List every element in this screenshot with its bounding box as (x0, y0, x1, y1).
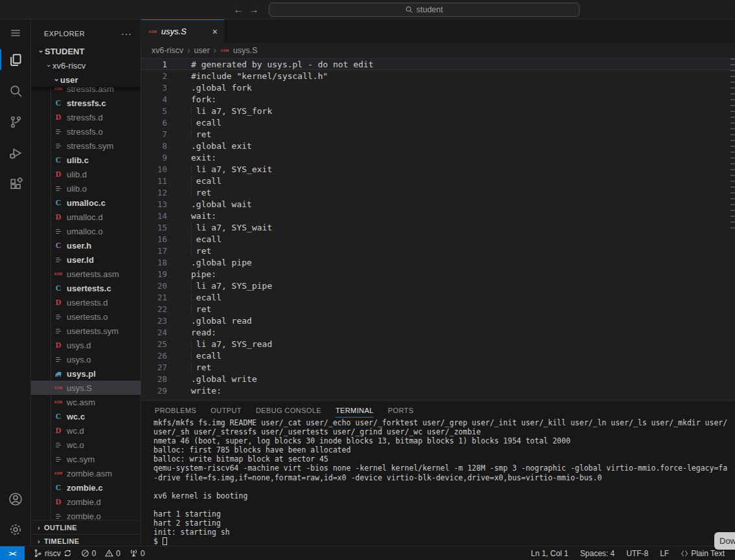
file-row-stressfs-d[interactable]: Dstressfs.d (31, 110, 141, 124)
status-radio-tower-item[interactable]: 0 (130, 549, 145, 558)
panel-tab-terminal[interactable]: TERMINAL (335, 401, 374, 420)
status-plain-text[interactable]: Plain Text (681, 549, 725, 558)
file-row-umalloc-d[interactable]: Dumalloc.d (31, 210, 141, 224)
file-row-wc-c[interactable]: Cwc.c (31, 409, 141, 423)
file-row-usys-o[interactable]: usys.o (31, 352, 141, 366)
file-row-stressfs-o[interactable]: stressfs.o (31, 124, 141, 139)
file-row-user-h[interactable]: Cuser.h (31, 238, 141, 252)
panel-tab-debug-console[interactable]: DEBUG CONSOLE (256, 401, 321, 420)
code-line[interactable]: 12 ret (141, 186, 735, 198)
settings-gear-activity-button[interactable] (0, 517, 31, 543)
close-icon[interactable]: × (212, 27, 218, 37)
file-row-zombie-d[interactable]: Dzombie.d (31, 495, 141, 509)
code-line[interactable]: 10 li a7, SYS_exit (141, 163, 735, 175)
nav-back-button[interactable]: ← (232, 3, 245, 16)
folder-row-xv6-riscv[interactable]: ⌄xv6-riscv (31, 58, 141, 73)
file-row-usys-d[interactable]: Dusys.d (31, 338, 141, 352)
panel-tab-problems[interactable]: PROBLEMS (155, 401, 196, 420)
code-line[interactable]: 7 ret (141, 128, 735, 140)
file-row-stressfs-sym[interactable]: stressfs.sym (31, 139, 141, 153)
code-line[interactable]: 4fork: (141, 93, 735, 105)
code-line[interactable]: 25 li a7, SYS_read (141, 338, 735, 350)
code-line[interactable]: 18.global pipe (141, 256, 735, 268)
timeline-section-header[interactable]: › TIMELINE (31, 534, 141, 546)
outline-section-header[interactable]: › OUTLINE (31, 520, 141, 534)
source-control-activity-button[interactable] (0, 109, 31, 135)
code-line[interactable]: 2#include "kernel/syscall.h" (141, 70, 735, 82)
file-row-ulib-d[interactable]: Dulib.d (31, 167, 141, 181)
breadcrumb-item[interactable]: usys.S (233, 46, 258, 55)
code-line[interactable]: 23.global read (141, 315, 735, 326)
code-line[interactable]: 29write: (141, 385, 735, 396)
file-row-ulib-c[interactable]: Culib.c (31, 153, 141, 167)
code-line[interactable]: 11 ecall (141, 175, 735, 186)
minimap[interactable] (730, 58, 735, 229)
file-row-wc-d[interactable]: Dwc.d (31, 423, 141, 438)
status-warning-item[interactable]: 0 (105, 549, 120, 558)
code-line[interactable]: 5 li a7, SYS_fork (141, 105, 735, 117)
breadcrumb-item[interactable]: xv6-riscv (152, 46, 183, 55)
file-row-stressfs-c[interactable]: Cstressfs.c (31, 96, 141, 110)
code-line[interactable]: 21 ecall (141, 291, 735, 303)
run-debug-activity-button[interactable] (0, 140, 31, 166)
code-line[interactable]: 22 ret (141, 303, 735, 315)
menu-activity-button[interactable] (0, 20, 31, 46)
explorer-activity-button[interactable] (0, 47, 31, 73)
code-line[interactable]: 17 ret (141, 245, 735, 256)
file-row-usys-pl[interactable]: usys.pl (31, 366, 141, 381)
code-line[interactable]: 3.global fork (141, 82, 735, 93)
code-editor[interactable]: 1# generated by usys.pl - do not edit2#i… (141, 58, 735, 396)
folder-row-student[interactable]: ⌄STUDENT (31, 44, 141, 58)
status-branch-item[interactable]: riscv (34, 549, 72, 558)
file-row-wc-o[interactable]: wc.o (31, 438, 141, 452)
panel-tab-output[interactable]: OUTPUT (210, 401, 242, 420)
file-row-ulib-o[interactable]: ulib.o (31, 181, 141, 196)
code-line[interactable]: 8.global exit (141, 140, 735, 151)
code-line[interactable]: 28.global write (141, 373, 735, 385)
file-row-usys-s[interactable]: ASMusys.S (31, 381, 141, 395)
code-line[interactable]: 16 ecall (141, 233, 735, 245)
status-spaces-4[interactable]: Spaces: 4 (580, 549, 615, 558)
status-utf-8[interactable]: UTF-8 (626, 549, 648, 558)
file-row-usertests-asm[interactable]: ASMusertests.asm (31, 267, 141, 281)
code-line[interactable]: 1# generated by usys.pl - do not edit (141, 58, 735, 70)
explorer-more-actions-button[interactable]: ··· (121, 28, 141, 39)
file-row-wc-sym[interactable]: wc.sym (31, 452, 141, 466)
download-button[interactable]: Dow (714, 532, 735, 550)
command-center-search[interactable]: student (269, 3, 580, 17)
file-row-usertests-c[interactable]: Cusertests.c (31, 281, 141, 295)
file-row-usertests-d[interactable]: Dusertests.d (31, 295, 141, 309)
remote-indicator[interactable]: >< (0, 546, 25, 560)
code-line[interactable]: 6 ecall (141, 117, 735, 128)
code-line[interactable]: 26 ecall (141, 350, 735, 361)
panel-tab-ports[interactable]: PORTS (388, 401, 414, 420)
breadcrumb-item[interactable]: user (194, 46, 209, 55)
terminal-output[interactable]: mkfs/mkfs fs.img README user/_cat user/_… (153, 418, 735, 546)
search-activity-button[interactable] (0, 78, 31, 104)
account-activity-button[interactable] (0, 486, 31, 512)
file-row-umalloc-o[interactable]: umalloc.o (31, 224, 141, 238)
code-line[interactable]: 27 ret (141, 361, 735, 373)
file-row-usertests-sym[interactable]: usertests.sym (31, 324, 141, 338)
file-row-zombie-c[interactable]: Czombie.c (31, 480, 141, 495)
code-line[interactable]: 19pipe: (141, 268, 735, 280)
file-row-zombie-asm[interactable]: ASMzombie.asm (31, 466, 141, 480)
nav-forward-button[interactable]: → (247, 3, 260, 16)
code-line[interactable]: 9exit: (141, 151, 735, 163)
file-row-zombie-o[interactable]: zombie.o (31, 509, 141, 520)
breadcrumb[interactable]: xv6-riscv›user›ASMusys.S (141, 43, 735, 58)
code-line[interactable]: 14wait: (141, 210, 735, 221)
code-line[interactable]: 24read: (141, 326, 735, 338)
status-lf[interactable]: LF (660, 549, 669, 558)
file-row-wc-asm[interactable]: ASMwc.asm (31, 395, 141, 409)
tab-usys-s[interactable]: ASM usys.S × (142, 19, 224, 43)
code-line[interactable]: 20 li a7, SYS_pipe (141, 280, 735, 291)
extensions-activity-button[interactable] (0, 171, 31, 197)
file-row-user-ld[interactable]: user.ld (31, 252, 141, 267)
code-line[interactable]: 13.global wait (141, 198, 735, 210)
file-row-usertests-o[interactable]: usertests.o (31, 309, 141, 324)
code-line[interactable]: 15 li a7, SYS_wait (141, 221, 735, 233)
file-row-umalloc-c[interactable]: Cumalloc.c (31, 196, 141, 210)
status-ln-1-col-1[interactable]: Ln 1, Col 1 (531, 549, 569, 558)
folder-row-user[interactable]: ⌄user (31, 73, 141, 87)
